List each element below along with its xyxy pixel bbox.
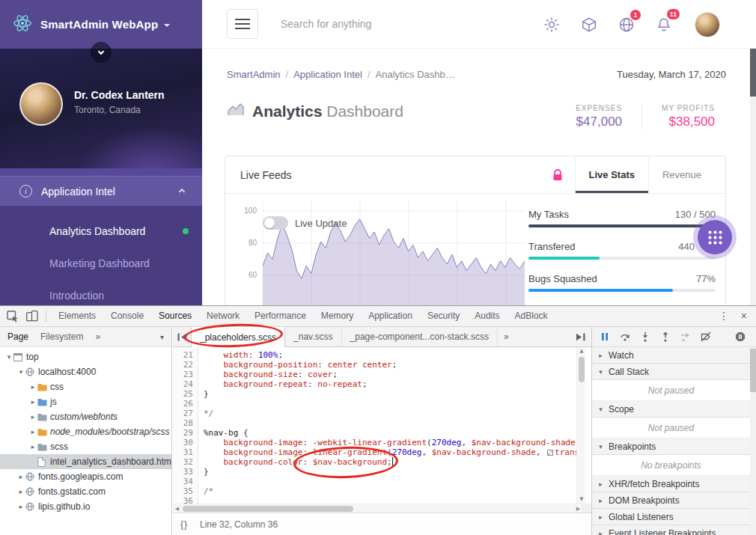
show-debugger-icon[interactable] [576,327,591,346]
page-scrollbar[interactable] [750,49,756,305]
live-update-toggle[interactable] [263,216,288,230]
tree-item-custom-webfonts[interactable]: ▸custom/webfonts [0,409,171,424]
devtools-tab-adblock[interactable]: AdBlock [507,306,555,326]
tree-item-js[interactable]: ▸js [0,394,171,409]
tab-overflow-icon[interactable]: » [95,331,100,342]
editor-tab-placeholders-scss[interactable]: _placeholders.scss [191,327,285,347]
step-over-icon[interactable] [620,331,630,342]
editor-horizontal-scrollbar[interactable] [173,504,582,513]
tree-item-node-modules-bootstrap-scss[interactable]: ▸node_modules/bootstrap/scss [0,424,171,439]
devtools-tab-elements[interactable]: Elements [51,306,103,326]
tree-item-fonts-gstatic-com[interactable]: ▸fonts.gstatic.com [0,484,171,499]
tree-item-top[interactable]: ▾top [0,349,171,364]
code-editor[interactable]: 21222324252627282930313233343536 width: … [173,347,591,504]
devtools-tab-console[interactable]: Console [103,306,151,326]
hide-navigator-icon[interactable] [173,327,191,346]
section-global-listeners[interactable]: ▸Global Listeners [592,509,750,525]
menu-toggle-button[interactable] [227,9,258,39]
settings-gear-icon[interactable] [543,16,560,33]
expander-icon[interactable]: ▸ [28,428,37,435]
tree-item-lipis-github-io[interactable]: ▸lipis.github.io [0,499,171,514]
devtools-tab-audits[interactable]: Audits [467,306,507,326]
app-shortcuts-button[interactable] [698,220,732,254]
kpi-value: $38,500 [662,114,715,129]
page-title-row: Analytics Dashboard [227,103,403,120]
expander-icon[interactable]: ▾ [16,368,25,376]
devtools-tab-sources[interactable]: Sources [151,306,199,326]
device-toolbar-icon[interactable] [26,311,38,322]
expander-icon[interactable]: ▾ [4,353,13,361]
scrollbar-corner [582,504,591,513]
avatar[interactable] [695,12,720,37]
editor-tabs: _placeholders.scss_nav.scss_page-compone… [191,327,515,346]
tree-item-fonts-googleapis-com[interactable]: ▸fonts.googleapis.com [0,469,171,484]
expander-icon[interactable]: ▸ [28,413,37,421]
devtools-file-tree: ▾top▾localhost:4000▸css▸js▸custom/webfon… [0,347,171,535]
chevron-down-icon[interactable]: ▾ [160,333,164,341]
scrollbar-thumb[interactable] [750,49,756,97]
scrollbar-thumb[interactable] [750,349,756,392]
expander-icon[interactable]: ▸ [28,383,37,391]
sidebar-item-introduction[interactable]: Introduction [0,279,202,305]
editor-tab-nav-scss[interactable]: _nav.scss [285,327,341,346]
breadcrumb-item-application-intel[interactable]: Application Intel [293,69,362,80]
deactivate-breakpoints-icon[interactable] [701,331,711,342]
editor-tab-page-component-con-stack-scss[interactable]: _page-component...con-stack.scss [342,327,498,346]
inspect-element-icon[interactable] [7,311,19,322]
section-dom-breakpoints[interactable]: ▸DOM Breakpoints [592,492,750,509]
step-out-icon[interactable] [660,331,671,342]
nav-item-application-intel[interactable]: i Application Intel [0,176,202,206]
sidebar-item-analytics-dashboard[interactable]: Analytics Dashboard [0,215,202,247]
tree-item-css[interactable]: ▸css [0,379,171,394]
panel-tab-revenue[interactable]: Revenue [648,156,715,193]
devtools-tab-memory[interactable]: Memory [314,306,361,326]
section-watch[interactable]: ▸Watch [592,347,750,364]
pretty-print-icon[interactable]: {} [180,519,188,530]
tab-overflow-icon[interactable]: » [498,327,515,346]
expander-icon[interactable]: ▸ [16,503,25,510]
step-icon[interactable] [680,331,691,342]
breadcrumb-item-analytics-dashb[interactable]: Analytics Dashb… [376,69,455,80]
pause-script-icon[interactable] [600,331,610,342]
scroll-up-icon[interactable] [577,347,586,355]
expander-icon[interactable]: ▸ [16,488,25,495]
expander-icon[interactable]: ▸ [28,398,37,406]
tree-item-localhost-4000[interactable]: ▾localhost:4000 [0,364,171,379]
sidebar-collapse-button[interactable] [91,42,112,63]
section-label: Scope [609,404,634,415]
sidebar-item-marketing-dashboard[interactable]: Marketing Dashboard [0,247,202,279]
devtools-tab-application[interactable]: Application [361,306,420,326]
close-icon[interactable]: × [737,306,752,326]
debugger-scrollbar[interactable] [750,347,756,535]
pause-on-exceptions-icon[interactable] [735,331,746,342]
search-input[interactable] [281,13,475,35]
panel-tab-live-stats[interactable]: Live Stats [575,156,648,193]
editor-vertical-scrollbar[interactable] [576,347,585,504]
section-scope[interactable]: ▾Scope [592,401,750,418]
tree-item-intel-analytics-dashboard-html[interactable]: intel_analytics_dashboard.html [0,454,171,469]
tree-item-scss[interactable]: ▸scss [0,439,171,454]
tree-item-label: lipis.github.io [38,501,90,512]
scrollbar-thumb[interactable] [579,357,585,382]
navigator-tab-filesystem[interactable]: Filesystem [40,331,83,342]
more-options-icon[interactable]: ⋮ [714,306,734,326]
expander-icon[interactable]: ▸ [16,473,25,480]
scroll-down-icon[interactable] [577,495,586,504]
devtools-tab-performance[interactable]: Performance [247,306,314,326]
devtools-tab-network[interactable]: Network [199,306,247,326]
section-event-listener-breakpoints[interactable]: ▸Event Listener Breakpoints [592,525,750,535]
section-call-stack[interactable]: ▾Call Stack [592,364,750,380]
devtools-tab-security[interactable]: Security [420,306,467,326]
apps-cube-icon[interactable] [581,16,597,33]
navigator-tab-page[interactable]: Page [7,331,28,342]
section-breakpoints[interactable]: ▾Breakpoints [592,438,750,455]
scroll-left-icon[interactable] [173,504,181,513]
breadcrumb-item-smartadmin[interactable]: SmartAdmin [227,69,281,80]
step-into-icon[interactable] [640,331,650,342]
scrollbar-thumb[interactable] [183,506,353,512]
scroll-right-icon[interactable] [574,504,582,513]
avatar[interactable] [19,82,63,126]
expander-icon[interactable]: ▸ [28,443,37,450]
section-xhr-fetch-breakpoints[interactable]: ▸XHR/fetch Breakpoints [592,476,750,492]
devtools-panel: ElementsConsoleSourcesNetworkPerformance… [0,305,756,535]
